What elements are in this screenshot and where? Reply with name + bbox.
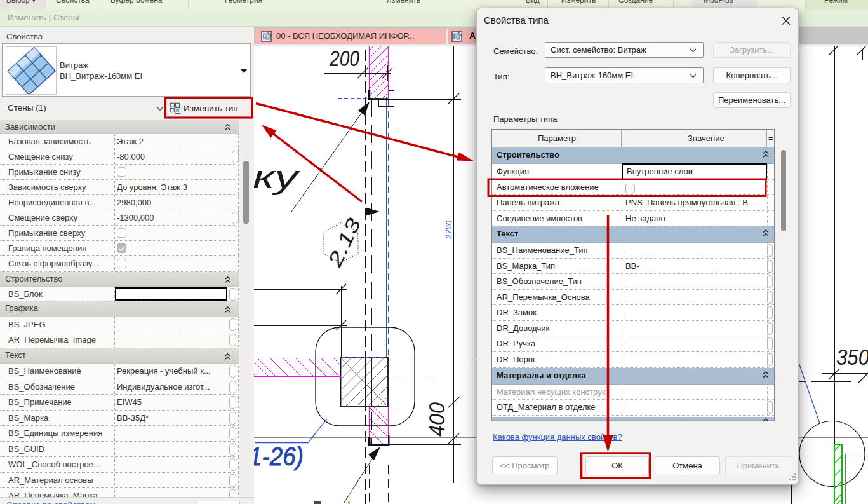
svg-text:ку: ку <box>254 158 300 195</box>
svg-text:200: 200 <box>329 46 359 71</box>
svg-text:350: 350 <box>836 344 868 369</box>
svg-text:400: 400 <box>424 402 449 437</box>
svg-text:2700: 2700 <box>444 220 453 240</box>
svg-text:1-26): 1-26) <box>254 442 304 470</box>
